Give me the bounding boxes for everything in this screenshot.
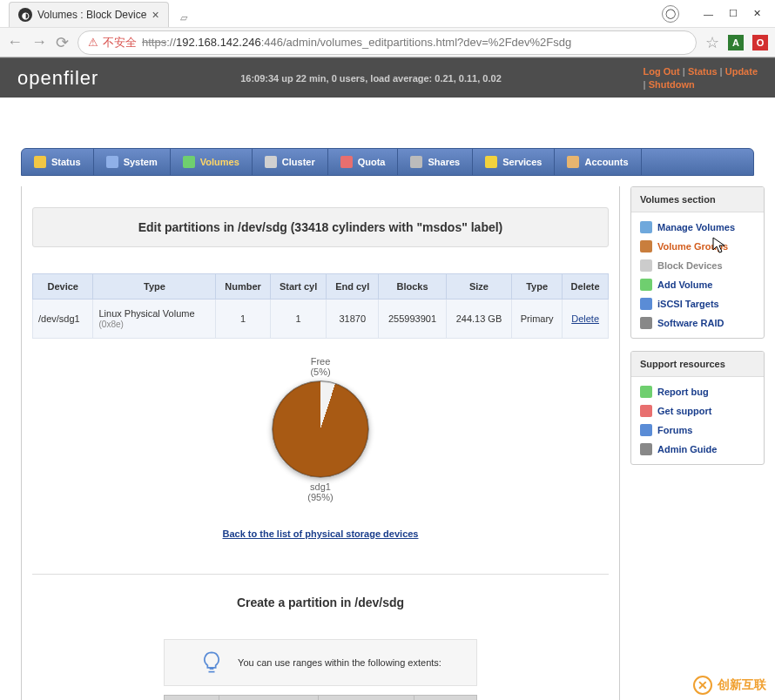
sidebar-item-forums[interactable]: Forums <box>631 421 764 440</box>
insecure-label: 不安全 <box>103 35 137 50</box>
support-section-title: Support resources <box>631 352 764 377</box>
partitions-table: Device Type Number Start cyl End cyl Blo… <box>32 273 609 339</box>
maximize-button[interactable]: ☐ <box>729 8 738 19</box>
profile-icon[interactable]: ◯ <box>662 5 679 23</box>
add-icon <box>640 279 652 291</box>
shutdown-link[interactable]: Shutdown <box>649 79 695 90</box>
url-text: https://192.168.142.246:446/admin/volume… <box>142 36 571 49</box>
nav-system[interactable]: System <box>94 149 171 175</box>
ex-col-space: Space <box>414 696 477 701</box>
logo: openfiler <box>17 67 98 90</box>
volumes-section-title: Volumes section <box>631 187 764 212</box>
cluster-icon <box>265 156 277 168</box>
cell-type: Linux Physical Volume(0x8e) <box>93 300 216 339</box>
col-type: Type <box>93 274 216 300</box>
app-header: openfiler 16:09:34 up 22 min, 0 users, l… <box>0 57 775 98</box>
services-icon <box>485 156 497 168</box>
extension-o-icon[interactable]: O <box>752 35 768 50</box>
new-tab-button[interactable]: ▱ <box>174 8 193 27</box>
sidebar-item-iscsi-targets[interactable]: iSCSI Targets <box>631 294 764 313</box>
watermark: ✕ 创新互联 <box>693 676 766 695</box>
col-ptype: Type <box>512 274 563 300</box>
close-window-button[interactable]: ✕ <box>753 8 761 19</box>
col-device: Device <box>33 274 93 300</box>
insecure-warning: ⚠ 不安全 <box>87 35 137 50</box>
back-link[interactable]: Back to the list of physical storage dev… <box>223 528 419 539</box>
cell-ptype: Primary <box>512 300 563 339</box>
cell-device: /dev/sdg1 <box>33 300 93 339</box>
ex-col-start: Starting cylinder <box>219 696 319 701</box>
back-button[interactable]: ← <box>7 33 23 51</box>
support-section-box: Support resources Report bug Get support… <box>630 351 765 465</box>
pie-main-label: sdg1(95%) <box>32 481 609 502</box>
volumes-section-box: Volumes section Manage Volumes Volume Gr… <box>630 186 765 339</box>
col-blocks: Blocks <box>379 274 447 300</box>
sidebar-item-add-volume[interactable]: Add Volume <box>631 275 764 294</box>
nav-shares[interactable]: Shares <box>398 149 473 175</box>
ex-col-mode: Mode <box>165 696 219 701</box>
sidebar-item-manage-volumes[interactable]: Manage Volumes <box>631 218 764 237</box>
usage-pie-chart: Free(5%) sdg1(95%) <box>32 356 609 502</box>
target-icon <box>640 298 652 310</box>
col-endcyl: End cyl <box>327 274 379 300</box>
accounts-icon <box>567 156 579 168</box>
table-row: /dev/sdg1 Linux Physical Volume(0x8e) 1 … <box>33 300 609 339</box>
lightbulb-icon <box>199 650 224 675</box>
sidebar-item-software-raid[interactable]: Software RAID <box>631 313 764 333</box>
sidebar-item-get-support[interactable]: Get support <box>631 401 764 421</box>
forward-button[interactable]: → <box>31 33 47 51</box>
sidebar-item-admin-guide[interactable]: Admin Guide <box>631 440 764 459</box>
delete-link[interactable]: Delete <box>571 313 599 324</box>
extension-a-icon[interactable]: A <box>728 35 744 50</box>
nav-accounts[interactable]: Accounts <box>555 149 641 175</box>
update-link[interactable]: Update <box>725 66 758 77</box>
system-status-text: 16:09:34 up 22 min, 0 users, load averag… <box>98 73 643 84</box>
nav-volumes[interactable]: Volumes <box>171 149 253 175</box>
nav-services[interactable]: Services <box>473 149 555 175</box>
sidebar-item-report-bug[interactable]: Report bug <box>631 382 764 401</box>
close-icon[interactable]: × <box>152 8 158 22</box>
info-box: You can use ranges within the following … <box>164 639 477 686</box>
status-link[interactable]: Status <box>688 66 718 77</box>
quota-icon <box>340 156 353 168</box>
volumes-icon <box>183 156 195 168</box>
cell-number: 1 <box>216 300 270 339</box>
group-icon <box>640 240 652 252</box>
create-heading: Create a partition in /dev/sdg <box>32 592 609 613</box>
col-delete: Delete <box>563 274 609 300</box>
extents-table: Mode Starting cylinder Ending cylinder S… <box>164 695 477 700</box>
nav-quota[interactable]: Quota <box>328 149 399 175</box>
raid-icon <box>640 317 652 329</box>
nav-cluster[interactable]: Cluster <box>253 149 328 175</box>
ex-col-end: Ending cylinder <box>319 696 414 701</box>
nav-status[interactable]: Status <box>22 149 94 175</box>
cell-endcyl: 31870 <box>327 300 379 339</box>
tab-title: Volumes : Block Device <box>37 9 146 21</box>
forums-icon <box>640 424 652 436</box>
minimize-button[interactable]: — <box>704 9 713 19</box>
bookmark-button[interactable]: ☆ <box>705 33 719 52</box>
window-titlebar: ◐ Volumes : Block Device × ▱ ◯ — ☐ ✕ <box>0 0 775 28</box>
pie-graphic <box>272 380 369 478</box>
col-startcyl: Start cyl <box>270 274 327 300</box>
system-icon <box>106 156 118 168</box>
address-field[interactable]: ⚠ 不安全 https://192.168.142.246:446/admin/… <box>78 30 697 55</box>
main-content: Edit partitions in /dev/sdg (33418 cylin… <box>21 186 620 700</box>
reload-button[interactable]: ⟳ <box>56 33 69 52</box>
info-text: You can use ranges within the following … <box>238 657 441 668</box>
sidebar-item-volume-groups[interactable]: Volume Groups <box>631 237 764 256</box>
favicon-icon: ◐ <box>18 8 32 22</box>
cell-blocks: 255993901 <box>379 300 447 339</box>
header-links: Log Out | Status | Update | Shutdown <box>644 65 758 91</box>
bug-icon <box>640 386 652 398</box>
book-icon <box>640 443 652 455</box>
browser-tab[interactable]: ◐ Volumes : Block Device × <box>9 2 169 27</box>
col-size: Size <box>446 274 511 300</box>
logout-link[interactable]: Log Out <box>644 66 680 77</box>
main-nav: Status System Volumes Cluster Quota Shar… <box>21 148 754 176</box>
warning-icon: ⚠ <box>87 37 99 49</box>
sidebar-item-block-devices[interactable]: Block Devices <box>631 256 764 275</box>
cell-startcyl: 1 <box>270 300 327 339</box>
block-icon <box>640 259 652 272</box>
url-bar: ← → ⟳ ⚠ 不安全 https://192.168.142.246:446/… <box>0 28 775 57</box>
